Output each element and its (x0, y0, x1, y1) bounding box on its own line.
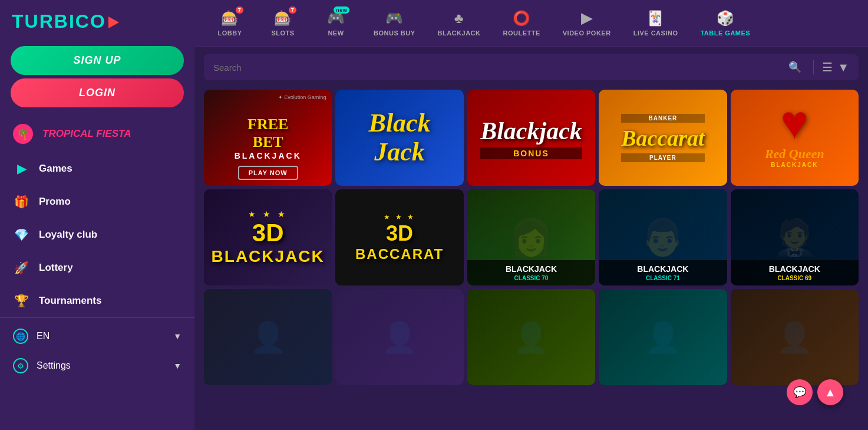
game-card-3d-baccarat[interactable]: ★ ★ ★ 3D BACCARAT (335, 189, 463, 285)
game-card-blackjack-classic-69[interactable]: 🤵 BLACKJACK CLASSIC 69 (731, 189, 859, 285)
game-card-bottom-1[interactable]: 👤 (204, 289, 332, 385)
grid-view-icon: ☰ (822, 60, 833, 74)
signup-button[interactable]: SIGN UP (11, 46, 184, 75)
game-grid: ✦ Evolution Gaming FREE BET BLACKJACK PL… (204, 90, 859, 385)
search-icon: 🔍 (788, 61, 801, 74)
chat-icon: 💬 (793, 386, 806, 399)
tournaments-icon: 🏆 (13, 293, 29, 309)
lobby-badge: 7 (236, 6, 244, 14)
tab-video-poker[interactable]: ▶ VIDEO POKER (555, 6, 619, 40)
game-card-bottom-3[interactable]: 👤 (467, 289, 595, 385)
sidebar: TURBICO SIGN UP LOGIN 🌴 TROPICAL FIESTA … (0, 0, 194, 430)
view-toggle[interactable]: ☰ ▼ (813, 60, 849, 74)
slots-icon: 🎰7 (274, 10, 292, 27)
bonus-label: BONUS (480, 147, 582, 159)
video-poker-icon: ▶ (581, 10, 592, 27)
3d-blackjack-text: ★ ★ ★ 3D BLACKJACK (212, 209, 325, 266)
classic-70-label: BLACKJACK CLASSIC 70 (467, 260, 595, 285)
sidebar-item-settings[interactable]: ⚙ Settings ▼ (0, 351, 194, 380)
table-games-label: TABLE GAMES (700, 29, 750, 37)
game-grid-container: ✦ Evolution Gaming FREE BET BLACKJACK PL… (194, 87, 868, 430)
tab-blackjack[interactable]: ♣ BLACKJACK (430, 6, 489, 40)
sidebar-item-games[interactable]: ▶ Games (0, 152, 194, 185)
tropical-fiesta-icon: 🌴 (13, 124, 33, 144)
top-navigation: 🎰7 LOBBY 🎰7 SLOTS 🎮new NEW 🎮 BONUS BUY ♣… (194, 0, 868, 47)
provider-label: ✦ Evolution Gaming (278, 94, 326, 100)
sidebar-item-lottery[interactable]: 🚀 Lottery (0, 251, 194, 284)
sidebar-item-promo[interactable]: 🎁 Promo (0, 185, 194, 218)
lobby-label: LOBBY (218, 29, 242, 37)
blackjack-label: BLACKJACK (438, 29, 481, 37)
tournaments-label: Tournaments (39, 295, 101, 307)
settings-chevron-icon: ▼ (173, 361, 181, 370)
bonus-buy-icon: 🎮 (385, 10, 404, 27)
blackjack-bonus-text: Blackjack BONUS (480, 117, 582, 159)
promo-label: Promo (39, 196, 71, 208)
roulette-label: ROULETTE (503, 29, 540, 37)
sidebar-item-language[interactable]: 🌐 EN ▼ (0, 321, 194, 351)
new-label: NEW (328, 29, 344, 37)
nav-section: 🌴 TROPICAL FIESTA ▶ Games 🎁 Promo 💎 Loya… (0, 116, 194, 430)
new-icon: 🎮new (327, 10, 345, 27)
logo-text: TURBICO (12, 11, 106, 32)
games-icon: ▶ (13, 160, 29, 177)
bonus-buy-label: BONUS BUY (374, 29, 415, 37)
chevron-down-icon: ▼ (837, 61, 849, 74)
play-now-button[interactable]: PLAY NOW (238, 166, 298, 180)
lobby-icon: 🎰7 (221, 10, 239, 27)
sidebar-item-loyalty[interactable]: 💎 Loyalty club (0, 218, 194, 251)
tab-slots[interactable]: 🎰7 SLOTS (259, 6, 306, 40)
logo-area: TURBICO (0, 0, 194, 41)
scroll-top-icon: ▲ (824, 386, 836, 399)
classic-71-label: BLACKJACK CLASSIC 71 (599, 260, 727, 285)
freebet-text: FREE BET BLACKJACK (235, 116, 302, 160)
video-poker-label: VIDEO POKER (563, 29, 611, 37)
language-chevron-icon: ▼ (173, 331, 181, 341)
table-games-icon: 🎲 (717, 10, 735, 27)
search-input[interactable] (213, 63, 783, 73)
game-card-bottom-5[interactable]: 👤 (731, 289, 859, 385)
loyalty-icon: 💎 (13, 227, 29, 243)
nav-bottom: 🌐 EN ▼ ⚙ Settings ▼ (0, 317, 194, 380)
search-bar: 🔍 ☰ ▼ (204, 54, 859, 80)
chat-button[interactable]: 💬 (787, 379, 813, 405)
classic-69-label: BLACKJACK CLASSIC 69 (731, 260, 859, 285)
baccarat-text: BANKER Baccarat PLAYER (621, 114, 704, 162)
game-card-red-queen[interactable]: ♥ Red Queen BLACKJACK (731, 90, 859, 186)
live-casino-label: LIVE CASINO (633, 29, 678, 37)
slots-label: SLOTS (271, 29, 294, 37)
logo-arrow-icon (108, 17, 119, 28)
roulette-icon: ⭕ (513, 10, 531, 27)
tab-table-games[interactable]: 🎲 TABLE GAMES (692, 6, 758, 40)
game-card-bottom-4[interactable]: 👤 (599, 289, 727, 385)
slots-badge: 7 (289, 6, 297, 14)
game-card-baccarat[interactable]: BANKER Baccarat PLAYER (599, 90, 727, 186)
settings-label: Settings (37, 360, 71, 371)
main-content: 🎰7 LOBBY 🎰7 SLOTS 🎮new NEW 🎮 BONUS BUY ♣… (194, 0, 868, 430)
tab-live-casino[interactable]: 🃏 LIVE CASINO (625, 6, 687, 40)
settings-icon: ⚙ (13, 358, 28, 373)
loyalty-label: Loyalty club (39, 229, 97, 241)
sidebar-item-tournaments[interactable]: 🏆 Tournaments (0, 284, 194, 317)
game-card-blackjack-classic-71[interactable]: 👨 BLACKJACK CLASSIC 71 (599, 189, 727, 285)
language-icon: 🌐 (13, 329, 28, 344)
game-card-blackjack[interactable]: BlackJack (335, 90, 463, 186)
game-card-blackjack-classic-70[interactable]: 👩 BLACKJACK CLASSIC 70 (467, 189, 595, 285)
game-card-3d-blackjack[interactable]: ★ ★ ★ 3D BLACKJACK (204, 189, 332, 285)
tab-bonus-buy[interactable]: 🎮 BONUS BUY (365, 6, 424, 40)
language-label: EN (37, 331, 49, 342)
scroll-top-button[interactable]: ▲ (817, 379, 843, 405)
sidebar-item-tropical-fiesta[interactable]: 🌴 TROPICAL FIESTA (0, 116, 194, 152)
login-button[interactable]: LOGIN (11, 78, 184, 107)
tropical-fiesta-label: TROPICAL FIESTA (42, 128, 131, 140)
blackjack-title: BlackJack (369, 109, 431, 166)
tab-new[interactable]: 🎮new NEW (312, 6, 359, 40)
game-card-freebet-blackjack[interactable]: ✦ Evolution Gaming FREE BET BLACKJACK PL… (204, 90, 332, 186)
tab-roulette[interactable]: ⭕ ROULETTE (494, 6, 548, 40)
live-casino-icon: 🃏 (646, 10, 665, 27)
game-card-bottom-2[interactable]: 👤 (335, 289, 463, 385)
red-queen-text: Red Queen BLACKJACK (731, 146, 859, 168)
tab-lobby[interactable]: 🎰7 LOBBY (206, 6, 253, 40)
new-badge: new (334, 6, 349, 14)
game-card-blackjack-bonus[interactable]: Blackjack BONUS (467, 90, 595, 186)
